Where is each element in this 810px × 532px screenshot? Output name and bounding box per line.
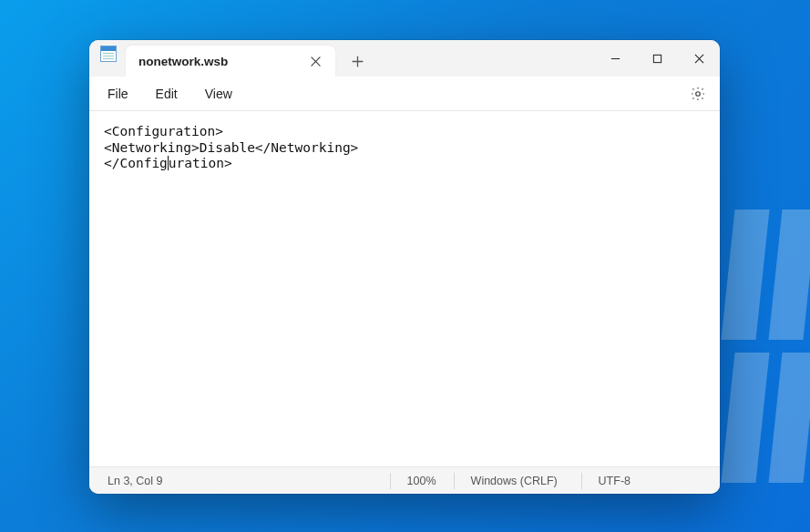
menu-view[interactable]: View (194, 81, 243, 107)
menu-file[interactable]: File (97, 81, 139, 107)
svg-point-1 (696, 91, 701, 96)
plus-icon (352, 56, 364, 67)
status-line-endings: Windows (CRLF) (454, 473, 581, 489)
tab-close-button[interactable] (304, 50, 326, 72)
close-icon (694, 54, 704, 64)
gear-icon (690, 86, 706, 102)
status-zoom[interactable]: 100% (390, 473, 454, 489)
tab-nonetwork[interactable]: nonetwork.wsb (126, 46, 335, 77)
close-icon (311, 56, 321, 66)
maximize-button[interactable] (636, 40, 678, 77)
svg-rect-0 (653, 55, 661, 62)
status-encoding: UTF-8 (581, 473, 647, 489)
notepad-window: nonetwork.wsb File Edit View (89, 40, 720, 494)
window-controls (594, 40, 720, 77)
status-bar: Ln 3, Col 9 100% Windows (CRLF) UTF-8 (89, 466, 720, 494)
close-window-button[interactable] (678, 40, 720, 77)
settings-button[interactable] (683, 79, 713, 108)
text-editor[interactable]: <Configuration> <Networking>Disable</Net… (89, 111, 720, 466)
new-tab-button[interactable] (343, 46, 372, 76)
menu-edit[interactable]: Edit (145, 81, 189, 107)
title-bar[interactable]: nonetwork.wsb (89, 40, 720, 77)
menu-bar: File Edit View (89, 77, 720, 111)
notepad-icon (100, 46, 117, 62)
status-position: Ln 3, Col 9 (108, 473, 390, 489)
minimize-button[interactable] (594, 40, 636, 77)
minimize-icon (610, 54, 620, 64)
maximize-icon (652, 54, 662, 64)
tab-title: nonetwork.wsb (138, 55, 304, 68)
